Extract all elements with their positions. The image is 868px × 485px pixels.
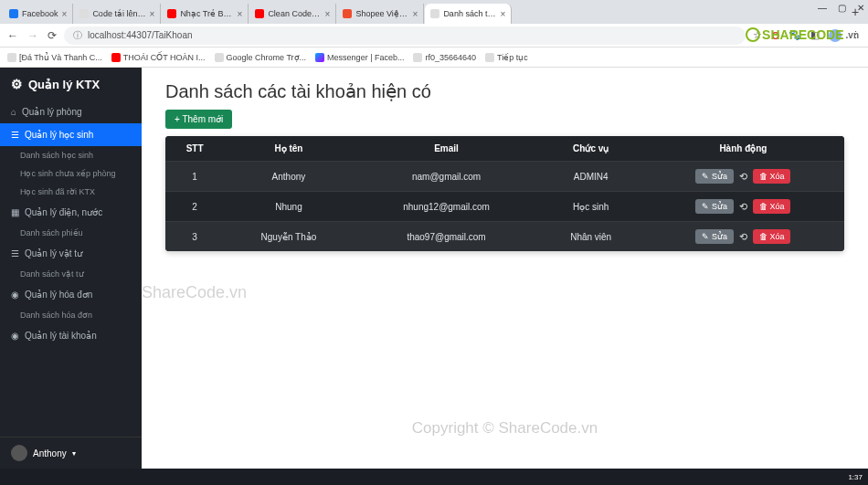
edit-button[interactable]: ✎ Sửa	[695, 199, 734, 214]
col-stt: STT	[165, 136, 224, 162]
bookmarks-bar: [Đá Thủ Và Thanh C...THOÁI CỐT HOÀN I...…	[0, 47, 868, 68]
favicon	[430, 9, 439, 18]
avatar	[11, 445, 27, 461]
close-tab-icon[interactable]: ×	[62, 9, 68, 19]
sidebar-subitem[interactable]: Danh sách phiếu	[0, 224, 142, 242]
cell-name: Anthony	[224, 162, 353, 192]
table-row: 1 Anthony nam@gmail.com ADMIN4 ✎ Sửa ⟲ 🗑…	[165, 162, 844, 192]
cell-stt: 3	[165, 222, 224, 252]
sidebar-subitem[interactable]: Học sinh chưa xếp phòng	[0, 164, 142, 183]
close-tab-icon[interactable]: ×	[413, 9, 418, 19]
sidebar-item[interactable]: ⌂Quản lý phòng	[0, 100, 142, 123]
brand[interactable]: ⚙ Quản lý KTX	[0, 68, 142, 100]
cell-actions: ✎ Sửa ⟲ 🗑 Xóa	[642, 162, 844, 192]
minimize-button[interactable]: —	[818, 3, 827, 13]
sidebar-item[interactable]: ◉Quản lý hóa đơn	[0, 283, 142, 306]
col-actions: Hành động	[642, 136, 844, 162]
bookmark-favicon	[7, 53, 16, 62]
browser-tab[interactable]: Clean Code - YouTube×	[249, 4, 336, 24]
browser-tab[interactable]: Danh sách tài khoản×	[425, 4, 512, 24]
browser-tab[interactable]: Code tải lên của tôi×	[74, 4, 161, 24]
url-text: localhost:44307/TaiKhoan	[88, 30, 193, 40]
maximize-button[interactable]: ▢	[838, 3, 846, 13]
delete-button[interactable]: 🗑 Xóa	[753, 199, 791, 214]
accounts-table: STT Họ tên Email Chức vụ Hành động 1 Ant…	[165, 136, 844, 251]
close-tab-icon[interactable]: ×	[238, 9, 243, 19]
col-name: Họ tên	[224, 136, 353, 162]
menu-icon: ☰	[11, 130, 19, 140]
bookmark-item[interactable]: rf0_35664640	[413, 53, 476, 62]
reload-button[interactable]: ⟳	[48, 29, 57, 42]
table-row: 2 Nhung nhung12@gmail.com Học sinh ✎ Sửa…	[165, 192, 844, 222]
close-button[interactable]: ✕	[857, 3, 864, 13]
table-row: 3 Nguyễn Thảo thao97@gmail.com Nhân viên…	[165, 222, 844, 252]
sidebar-subitem[interactable]: Danh sách hóa đơn	[0, 306, 142, 324]
bookmark-item[interactable]: Tiếp tục	[485, 53, 528, 62]
favicon	[167, 9, 176, 18]
cell-actions: ✎ Sửa ⟲ 🗑 Xóa	[642, 222, 844, 252]
cell-email: thao97@gmail.com	[354, 222, 540, 252]
sidebar-item[interactable]: ☰Quản lý vật tư	[0, 242, 142, 265]
bookmark-item[interactable]: Google Chrome Trợ...	[215, 53, 307, 62]
address-bar: ← → ⟳ ⓘ localhost:44307/TaiKhoan ☆ O 🐾 ◧…	[0, 24, 868, 47]
back-button[interactable]: ←	[7, 29, 18, 42]
close-tab-icon[interactable]: ×	[325, 9, 331, 19]
sidebar-item[interactable]: ◉Quản lý tài khoản	[0, 324, 142, 347]
close-tab-icon[interactable]: ×	[150, 9, 155, 19]
cell-email: nhung12@gmail.com	[354, 192, 540, 222]
bookmark-favicon	[215, 53, 224, 62]
taskbar: 1:37	[0, 469, 868, 485]
url-input[interactable]: ⓘ localhost:44307/TaiKhoan	[64, 26, 746, 45]
reset-icon[interactable]: ⟲	[739, 171, 747, 183]
sidebar-item[interactable]: ▦Quản lý điện, nước	[0, 201, 142, 224]
reset-icon[interactable]: ⟲	[739, 201, 747, 213]
forward-button[interactable]: →	[27, 29, 38, 42]
reset-icon[interactable]: ⟲	[739, 231, 747, 243]
col-email: Email	[354, 136, 540, 162]
sidebar-item[interactable]: ☰Quản lý học sinh	[0, 123, 142, 146]
user-menu[interactable]: Anthony ▾	[0, 437, 142, 469]
browser-tab-strip: Facebook×Code tải lên của tôi×Nhạc Trẻ B…	[0, 0, 868, 24]
brand-text: Quản lý KTX	[28, 78, 100, 91]
edit-button[interactable]: ✎ Sửa	[695, 229, 734, 244]
sidebar-subitem[interactable]: Học sinh đã rời KTX	[0, 183, 142, 201]
cell-name: Nhung	[224, 192, 353, 222]
page-title: Danh sách các tài khoản hiện có	[165, 80, 844, 102]
delete-button[interactable]: 🗑 Xóa	[753, 169, 791, 184]
add-button[interactable]: + Thêm mới	[165, 110, 232, 129]
cell-name: Nguyễn Thảo	[224, 222, 353, 252]
main-content: Danh sách các tài khoản hiện có + Thêm m…	[142, 68, 868, 469]
sidebar-subitem[interactable]: Danh sách vật tư	[0, 265, 142, 283]
bookmark-favicon	[111, 53, 121, 62]
user-name: Anthony	[33, 448, 67, 459]
browser-tab[interactable]: Shopee Việt Nam | Mua và Bán×	[337, 4, 424, 24]
bookmark-item[interactable]: THOÁI CỐT HOÀN I...	[111, 53, 206, 62]
delete-button[interactable]: 🗑 Xóa	[753, 229, 791, 244]
cell-role: Học sinh	[539, 192, 641, 222]
bookmark-favicon	[315, 53, 324, 62]
cell-stt: 2	[165, 192, 224, 222]
watermark-bottom: Copyright © ShareCode.vn	[412, 419, 598, 438]
cell-email: nam@gmail.com	[354, 162, 540, 192]
cell-actions: ✎ Sửa ⟲ 🗑 Xóa	[642, 192, 844, 222]
col-role: Chức vụ	[539, 136, 641, 162]
edit-button[interactable]: ✎ Sửa	[695, 169, 734, 184]
bookmark-item[interactable]: [Đá Thủ Và Thanh C...	[7, 53, 102, 62]
menu-icon: ☰	[11, 248, 19, 258]
sidebar-subitem[interactable]: Danh sách học sinh	[0, 146, 142, 164]
menu-icon: ▦	[11, 207, 19, 217]
browser-tab[interactable]: Facebook×	[4, 4, 73, 24]
favicon	[255, 9, 264, 18]
close-tab-icon[interactable]: ×	[501, 9, 506, 19]
cell-role: ADMIN4	[539, 162, 641, 192]
bookmark-favicon	[485, 53, 494, 62]
cell-stt: 1	[165, 162, 224, 192]
window-controls: — ▢ ✕	[818, 3, 864, 13]
browser-tab[interactable]: Nhạc Trẻ Ballad Việt Hay N×	[162, 4, 249, 24]
watermark-logo: SHARECODE.vn	[746, 27, 859, 42]
bookmark-favicon	[413, 53, 422, 62]
clock: 1:37	[848, 473, 863, 481]
bookmark-item[interactable]: Messenger | Faceb...	[315, 53, 404, 62]
favicon	[343, 9, 352, 18]
gear-icon: ⚙	[11, 77, 23, 91]
